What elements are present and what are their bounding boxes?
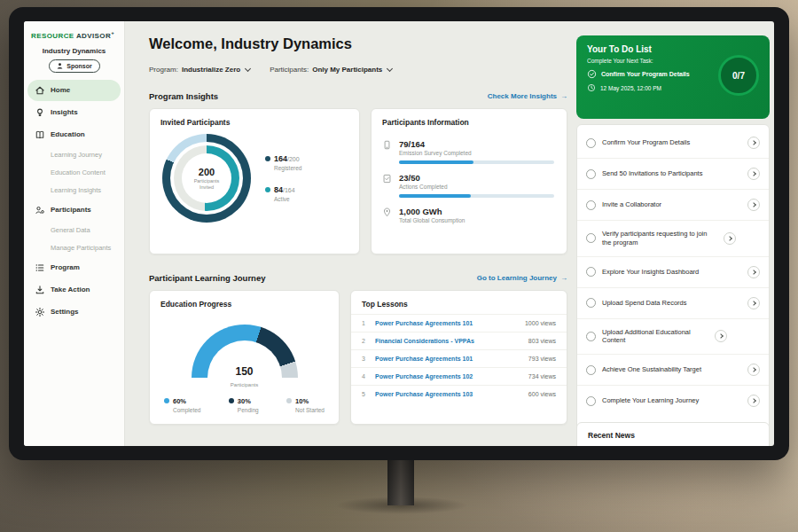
task-chevron-button[interactable]	[747, 297, 760, 309]
invited-participants-donut-chart: 200 Participants Invited	[162, 134, 251, 223]
todo-tasks-card: Confirm Your Program Details Send 50 Inv…	[576, 124, 770, 443]
check-circle-icon	[587, 69, 597, 79]
education-icon	[35, 129, 45, 140]
lesson-link[interactable]: Power Purchase Agreements 103	[375, 391, 521, 397]
legend-completed: 60% Completed	[164, 397, 200, 413]
sidebar-item-settings[interactable]: Settings	[27, 301, 121, 323]
program-insights-header: Program Insights Check More Insights →	[149, 91, 567, 101]
todo-title: Your To Do List	[587, 44, 759, 54]
task-row[interactable]: Verify participants requesting to join t…	[577, 221, 769, 257]
task-checkbox[interactable]	[586, 200, 596, 210]
take-action-icon	[35, 285, 45, 295]
person-icon	[56, 62, 64, 70]
task-checkbox[interactable]	[586, 396, 596, 406]
card-title: Participants Information	[372, 109, 567, 132]
actions-icon	[382, 174, 392, 184]
task-checkbox[interactable]	[586, 169, 596, 179]
legend-dot	[265, 156, 270, 161]
lesson-row[interactable]: 2 Financial Considerations - VPPAs 803 v…	[351, 332, 567, 349]
legend-dot	[286, 398, 292, 403]
recent-news-card: Recent News	[576, 422, 770, 446]
survey-icon	[382, 140, 392, 150]
gauge-center-value: 150	[192, 365, 298, 378]
participants-filter-label: Participants:	[270, 66, 309, 74]
chevron-right-icon	[751, 398, 756, 403]
sponsor-badge: Sponsor	[49, 59, 100, 73]
task-row[interactable]: Achieve One Sustainability Target	[577, 355, 769, 386]
emission-survey-progress-bar	[399, 160, 554, 164]
task-checkbox[interactable]	[586, 267, 596, 277]
task-row[interactable]: Upload Spend Data Records	[577, 288, 769, 319]
lesson-row[interactable]: 5 Power Purchase Agreements 103 600 view…	[351, 385, 567, 403]
sidebar-item-program[interactable]: Program	[27, 257, 121, 278]
task-checkbox[interactable]	[586, 332, 596, 341]
sidebar-item-label: Participants	[51, 206, 91, 214]
card-title: Education Progress	[150, 291, 339, 314]
insights-icon	[35, 107, 45, 118]
lesson-link[interactable]: Power Purchase Agreements 101	[375, 356, 521, 362]
filter-bar: Program: Industrialize Zero Participants…	[149, 66, 392, 74]
sidebar-item-manage-participants[interactable]: Manage Participants	[27, 239, 121, 256]
sidebar-item-education[interactable]: Education	[27, 124, 121, 145]
program-filter-label: Program:	[149, 66, 178, 74]
program-filter-dropdown[interactable]: Program: Industrialize Zero	[149, 66, 250, 74]
monitor-stand	[387, 457, 414, 505]
sidebar-item-take-action[interactable]: Take Action	[27, 279, 121, 301]
lesson-link[interactable]: Power Purchase Agreements 102	[375, 373, 521, 379]
org-name: Industry Dynamics	[24, 47, 124, 55]
stat-actions-completed: 23/50 Actions Completed	[372, 166, 567, 190]
task-row[interactable]: Upload Additional Educational Content	[577, 319, 769, 356]
sidebar-item-insights[interactable]: Insights	[27, 102, 121, 123]
top-lessons-card: Top Lessons 1 Power Purchase Agreements …	[350, 290, 567, 425]
participants-icon	[35, 205, 45, 215]
sidebar-item-label: Settings	[51, 308, 79, 316]
sidebar-item-label: Take Action	[51, 286, 90, 293]
task-row[interactable]: Confirm Your Program Details	[577, 128, 769, 159]
sidebar-item-participants[interactable]: Participants	[27, 200, 121, 221]
actions-progress-bar	[399, 194, 554, 198]
task-chevron-button[interactable]	[724, 232, 736, 245]
task-chevron-button[interactable]	[747, 199, 760, 211]
sidebar-item-learning-journey[interactable]: Learning Journey	[27, 146, 121, 163]
legend-pending: 30% Pending	[229, 397, 259, 413]
lesson-row[interactable]: 1 Power Purchase Agreements 101 1000 vie…	[351, 314, 567, 332]
task-chevron-button[interactable]	[747, 137, 760, 149]
legend-dot	[229, 398, 234, 403]
task-row[interactable]: Invite a Collaborator	[577, 190, 769, 221]
task-checkbox[interactable]	[586, 298, 596, 308]
sidebar-item-home[interactable]: Home	[27, 80, 121, 101]
monitor-bezel: RESOURCE ADVISOR+ Industry Dynamics Spon…	[9, 7, 789, 460]
donut-legend: 164/200 Registered 84/164 Active	[265, 154, 301, 202]
arrow-right-icon: →	[560, 274, 567, 282]
lesson-link[interactable]: Financial Considerations - VPPAs	[375, 338, 521, 344]
sidebar-item-education-content[interactable]: Education Content	[27, 164, 121, 181]
participants-filter-dropdown[interactable]: Participants: Only My Participants	[270, 66, 392, 74]
task-row[interactable]: Send 50 Invitations to Participants	[577, 159, 769, 190]
todo-hero-card: Your To Do List Complete Your Next Task:…	[576, 35, 770, 119]
sidebar-item-general-data[interactable]: General Data	[27, 222, 121, 239]
task-checkbox[interactable]	[586, 233, 596, 243]
go-to-learning-journey-link[interactable]: Go to Learning Journey →	[477, 274, 567, 282]
chevron-right-icon	[751, 140, 756, 145]
lesson-row[interactable]: 3 Power Purchase Agreements 101 793 view…	[351, 349, 567, 367]
task-chevron-button[interactable]	[747, 364, 760, 376]
task-chevron-button[interactable]	[747, 168, 760, 180]
check-more-insights-link[interactable]: Check More Insights →	[488, 92, 567, 100]
lesson-link[interactable]: Power Purchase Agreements 101	[375, 320, 518, 326]
task-chevron-button[interactable]	[747, 266, 760, 278]
legend-not-started: 10% Not Started	[286, 397, 325, 413]
education-progress-gauge-chart: 150 Participants	[192, 325, 298, 378]
task-chevron-button[interactable]	[747, 395, 760, 407]
task-chevron-button[interactable]	[715, 330, 727, 342]
consumption-icon	[382, 207, 392, 217]
task-checkbox[interactable]	[586, 138, 596, 148]
lesson-row[interactable]: 4 Power Purchase Agreements 102 734 view…	[351, 367, 567, 385]
stat-emission-survey: 79/164 Emission Survey Completed	[372, 132, 567, 156]
task-row[interactable]: Complete Your Learning Journey	[577, 386, 769, 416]
section-title: Program Insights	[149, 91, 218, 101]
task-checkbox[interactable]	[586, 365, 596, 375]
chevron-right-icon	[727, 236, 732, 241]
task-row[interactable]: Explore Your Insights Dashboard	[577, 257, 769, 288]
sidebar-item-learning-insights[interactable]: Learning Insights	[27, 182, 121, 199]
legend-registered: 164/200 Registered	[265, 154, 301, 171]
